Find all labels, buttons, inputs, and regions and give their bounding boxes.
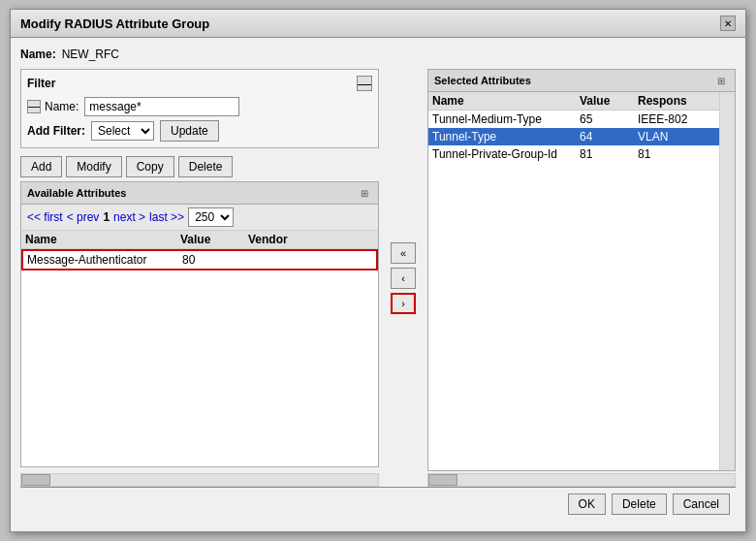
available-attrs-title: Available Attributes bbox=[27, 187, 127, 199]
selected-attrs-icon[interactable]: ⊞ bbox=[713, 73, 729, 88]
filter-section: Filter — — Name: Add Filter: Select bbox=[20, 69, 379, 148]
selected-attrs-title: Selected Attributes bbox=[434, 75, 531, 86]
sel-row-name: Tunnel-Private-Group-Id bbox=[432, 147, 580, 161]
scrollbar-track bbox=[720, 92, 735, 470]
filter-title: Filter bbox=[27, 77, 55, 90]
col-vendor-header: Vendor bbox=[248, 233, 374, 246]
name-label: Name: bbox=[20, 48, 56, 61]
dialog-title: Modify RADIUS Attribute Group bbox=[20, 16, 209, 31]
ok-button[interactable]: OK bbox=[568, 493, 606, 515]
move-right-button[interactable]: › bbox=[391, 293, 416, 314]
selected-attrs-header: Selected Attributes ⊞ bbox=[428, 70, 735, 92]
move-all-left-button[interactable]: « bbox=[391, 242, 416, 264]
available-attributes-panel: Available Attributes ⊞ << first < prev 1… bbox=[20, 181, 379, 467]
left-panel: Filter — — Name: Add Filter: Select bbox=[20, 69, 379, 487]
selected-attrs-content: Name Value Respons Tunnel-Medium-Type 65… bbox=[428, 92, 735, 470]
col-name-header: Name bbox=[25, 233, 180, 246]
delete-attr-button[interactable]: Delete bbox=[178, 156, 234, 177]
action-buttons: Add Modify Copy Delete bbox=[20, 156, 379, 177]
name-value: NEW_RFC bbox=[62, 48, 119, 61]
right-horizontal-scrollbar[interactable] bbox=[427, 473, 736, 487]
per-page-select[interactable]: 250 100 50 bbox=[188, 207, 234, 227]
center-controls: « ‹ › bbox=[387, 69, 420, 487]
row-value: 80 bbox=[182, 253, 250, 267]
close-button[interactable]: ✕ bbox=[720, 16, 736, 31]
last-page-link[interactable]: last >> bbox=[149, 210, 184, 224]
sel-row-value: 64 bbox=[580, 130, 638, 143]
pagination-row: << first < prev 1 next > last >> 250 100… bbox=[21, 205, 378, 231]
right-col-name: Name bbox=[432, 94, 580, 108]
selected-table-row[interactable]: Tunnel-Medium-Type 65 IEEE-802 bbox=[428, 111, 719, 128]
modify-button[interactable]: Modify bbox=[66, 156, 121, 177]
filter-name-minus[interactable]: — bbox=[27, 100, 41, 113]
right-col-value: Value bbox=[580, 94, 638, 108]
update-button[interactable]: Update bbox=[160, 120, 219, 142]
table-row[interactable]: Message-Authenticator 80 bbox=[21, 249, 378, 270]
filter-name-label-container: — Name: bbox=[27, 100, 79, 113]
bottom-bar: OK Delete Cancel bbox=[20, 487, 736, 521]
selected-attrs-table-body: Tunnel-Medium-Type 65 IEEE-802 Tunnel-Ty… bbox=[428, 111, 719, 470]
col-value-header: Value bbox=[180, 233, 248, 246]
row-name: Message-Authenticator bbox=[27, 253, 182, 267]
next-page-link[interactable]: next > bbox=[113, 210, 145, 224]
right-col-response: Respons bbox=[638, 94, 715, 108]
add-filter-row: Add Filter: Select Name Value Vendor Upd… bbox=[27, 120, 372, 142]
available-attrs-header: Available Attributes ⊞ bbox=[21, 182, 378, 205]
copy-button[interactable]: Copy bbox=[126, 156, 174, 177]
available-attrs-table-body: Message-Authenticator 80 bbox=[21, 249, 378, 466]
sel-row-response: IEEE-802 bbox=[638, 112, 715, 126]
add-button[interactable]: Add bbox=[20, 156, 62, 177]
available-attrs-icon[interactable]: ⊞ bbox=[357, 185, 372, 201]
right-panel: Selected Attributes ⊞ Name Value Respons bbox=[427, 69, 736, 487]
sel-row-name: Tunnel-Medium-Type bbox=[432, 112, 580, 126]
filter-name-row: — Name: bbox=[27, 97, 372, 116]
sel-row-value: 81 bbox=[580, 147, 638, 161]
sel-row-value: 65 bbox=[580, 112, 638, 126]
add-filter-label: Add Filter: bbox=[27, 124, 85, 138]
left-horizontal-scrollbar[interactable] bbox=[20, 473, 379, 487]
available-attrs-table-header: Name Value Vendor bbox=[21, 231, 378, 249]
selected-table-row[interactable]: Tunnel-Private-Group-Id 81 81 bbox=[428, 145, 719, 163]
move-left-button[interactable]: ‹ bbox=[391, 268, 416, 289]
modify-radius-dialog: Modify RADIUS Attribute Group ✕ Name: NE… bbox=[10, 9, 746, 532]
filter-name-input[interactable] bbox=[84, 97, 239, 116]
title-bar: Modify RADIUS Attribute Group ✕ bbox=[11, 10, 745, 38]
row-vendor bbox=[250, 253, 372, 267]
selected-attrs-table-container: Name Value Respons Tunnel-Medium-Type 65… bbox=[428, 92, 719, 470]
selected-attrs-table-header: Name Value Respons bbox=[428, 92, 719, 111]
prev-page-link[interactable]: < prev bbox=[67, 210, 100, 224]
left-scroll-thumb[interactable] bbox=[21, 474, 50, 486]
right-scroll-thumb[interactable] bbox=[428, 474, 457, 486]
bottom-delete-button[interactable]: Delete bbox=[612, 493, 667, 515]
current-page: 1 bbox=[103, 210, 110, 224]
filter-header: Filter — bbox=[27, 76, 372, 91]
first-page-link[interactable]: << first bbox=[27, 210, 63, 224]
filter-collapse-button[interactable]: — bbox=[357, 76, 372, 91]
sel-row-response: VLAN bbox=[638, 130, 715, 143]
add-filter-select[interactable]: Select Name Value Vendor bbox=[91, 121, 154, 141]
filter-name-label: Name: bbox=[45, 100, 79, 113]
name-row: Name: NEW_RFC bbox=[20, 48, 736, 61]
selected-table-row[interactable]: Tunnel-Type 64 VLAN bbox=[428, 128, 719, 145]
dialog-body: Name: NEW_RFC Filter — — Name: bbox=[11, 38, 745, 530]
main-content: Filter — — Name: Add Filter: Select bbox=[20, 69, 736, 487]
selected-attributes-panel: Selected Attributes ⊞ Name Value Respons bbox=[427, 69, 736, 471]
right-vertical-scrollbar[interactable] bbox=[719, 92, 735, 470]
sel-row-name: Tunnel-Type bbox=[432, 130, 580, 143]
cancel-button[interactable]: Cancel bbox=[673, 493, 730, 515]
sel-row-response: 81 bbox=[638, 147, 715, 161]
